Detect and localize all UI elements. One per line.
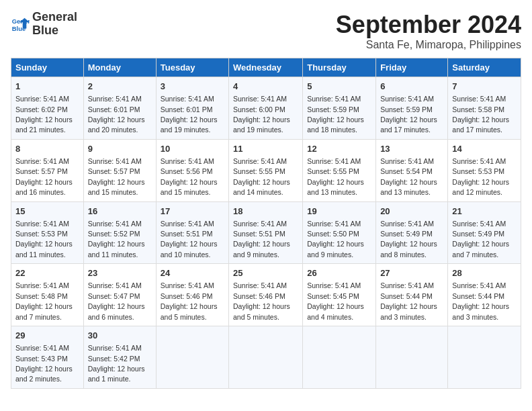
- calendar-cell: [376, 326, 448, 389]
- calendar-week-row: 29 Sunrise: 5:41 AMSunset: 5:43 PMDaylig…: [11, 326, 521, 389]
- day-number: 27: [380, 267, 443, 279]
- calendar-cell: [448, 326, 521, 389]
- day-detail: Sunrise: 5:41 AMSunset: 5:47 PMDaylight:…: [88, 281, 145, 320]
- calendar-cell: 15 Sunrise: 5:41 AMSunset: 5:53 PMDaylig…: [11, 201, 84, 264]
- day-detail: Sunrise: 5:41 AMSunset: 5:45 PMDaylight:…: [307, 281, 364, 320]
- calendar-cell: 4 Sunrise: 5:41 AMSunset: 6:00 PMDayligh…: [229, 77, 303, 140]
- day-detail: Sunrise: 5:41 AMSunset: 5:58 PMDaylight:…: [452, 95, 509, 134]
- calendar-cell: 3 Sunrise: 5:41 AMSunset: 6:01 PMDayligh…: [156, 77, 228, 140]
- day-number: 15: [15, 205, 79, 218]
- day-number: 9: [88, 143, 152, 155]
- calendar-cell: 9 Sunrise: 5:41 AMSunset: 5:57 PMDayligh…: [83, 139, 156, 201]
- day-detail: Sunrise: 5:41 AMSunset: 5:46 PMDaylight:…: [161, 281, 218, 320]
- calendar-cell: 28 Sunrise: 5:41 AMSunset: 5:44 PMDaylig…: [448, 264, 521, 326]
- day-number: 25: [233, 267, 298, 279]
- day-number: 7: [452, 81, 517, 93]
- calendar-cell: 13 Sunrise: 5:41 AMSunset: 5:54 PMDaylig…: [376, 139, 448, 201]
- day-detail: Sunrise: 5:41 AMSunset: 5:54 PMDaylight:…: [380, 157, 437, 196]
- day-detail: Sunrise: 5:41 AMSunset: 5:44 PMDaylight:…: [380, 281, 437, 320]
- day-number: 4: [233, 81, 298, 93]
- logo-icon: General Blue: [11, 15, 30, 34]
- logo-text: General Blue: [32, 11, 77, 38]
- title-section: September 2024 Santa Fe, Mimaropa, Phili…: [336, 11, 521, 51]
- day-detail: Sunrise: 5:41 AMSunset: 5:57 PMDaylight:…: [88, 157, 145, 196]
- calendar-cell: 18 Sunrise: 5:41 AMSunset: 5:51 PMDaylig…: [229, 201, 303, 264]
- day-detail: Sunrise: 5:41 AMSunset: 5:52 PMDaylight:…: [88, 220, 145, 259]
- calendar-cell: 30 Sunrise: 5:41 AMSunset: 5:42 PMDaylig…: [83, 326, 156, 389]
- day-detail: Sunrise: 5:41 AMSunset: 5:49 PMDaylight:…: [380, 220, 437, 259]
- calendar-cell: 7 Sunrise: 5:41 AMSunset: 5:58 PMDayligh…: [448, 77, 521, 140]
- day-number: 28: [452, 267, 517, 279]
- day-number: 20: [380, 205, 443, 218]
- day-detail: Sunrise: 5:41 AMSunset: 5:53 PMDaylight:…: [15, 220, 73, 259]
- day-number: 13: [380, 143, 443, 155]
- day-number: 10: [161, 143, 224, 155]
- day-number: 29: [15, 330, 79, 342]
- day-number: 11: [233, 143, 298, 155]
- col-tuesday: Tuesday: [156, 58, 228, 77]
- calendar-cell: 2 Sunrise: 5:41 AMSunset: 6:01 PMDayligh…: [83, 77, 156, 140]
- day-number: 30: [88, 330, 152, 342]
- day-number: 24: [161, 267, 224, 279]
- day-number: 12: [307, 143, 371, 155]
- col-friday: Friday: [376, 58, 448, 77]
- day-number: 19: [307, 205, 371, 218]
- day-number: 3: [161, 81, 224, 93]
- calendar-cell: 24 Sunrise: 5:41 AMSunset: 5:46 PMDaylig…: [156, 264, 228, 326]
- col-thursday: Thursday: [303, 58, 376, 77]
- calendar-cell: [303, 326, 376, 389]
- day-number: 6: [380, 81, 443, 93]
- calendar-cell: 11 Sunrise: 5:41 AMSunset: 5:55 PMDaylig…: [229, 139, 303, 201]
- day-detail: Sunrise: 5:41 AMSunset: 5:55 PMDaylight:…: [233, 157, 290, 196]
- calendar-cell: 23 Sunrise: 5:41 AMSunset: 5:47 PMDaylig…: [83, 264, 156, 326]
- calendar-cell: 21 Sunrise: 5:41 AMSunset: 5:49 PMDaylig…: [448, 201, 521, 264]
- calendar-header-row: Sunday Monday Tuesday Wednesday Thursday…: [11, 58, 521, 77]
- day-detail: Sunrise: 5:41 AMSunset: 5:46 PMDaylight:…: [233, 281, 290, 320]
- calendar-cell: 14 Sunrise: 5:41 AMSunset: 5:53 PMDaylig…: [448, 139, 521, 201]
- day-detail: Sunrise: 5:41 AMSunset: 6:01 PMDaylight:…: [88, 95, 145, 134]
- day-number: 21: [452, 205, 517, 218]
- location-title: Santa Fe, Mimaropa, Philippines: [336, 39, 521, 51]
- day-detail: Sunrise: 5:41 AMSunset: 5:50 PMDaylight:…: [307, 220, 364, 259]
- calendar-cell: 29 Sunrise: 5:41 AMSunset: 5:43 PMDaylig…: [11, 326, 84, 389]
- col-sunday: Sunday: [11, 58, 84, 77]
- day-number: 22: [15, 267, 79, 279]
- calendar-week-row: 8 Sunrise: 5:41 AMSunset: 5:57 PMDayligh…: [11, 139, 521, 201]
- day-detail: Sunrise: 5:41 AMSunset: 5:56 PMDaylight:…: [161, 157, 218, 196]
- col-monday: Monday: [83, 58, 156, 77]
- day-number: 23: [88, 267, 152, 279]
- day-number: 2: [88, 81, 152, 93]
- calendar-cell: 16 Sunrise: 5:41 AMSunset: 5:52 PMDaylig…: [83, 201, 156, 264]
- month-title: September 2024: [336, 11, 521, 39]
- day-detail: Sunrise: 5:41 AMSunset: 6:00 PMDaylight:…: [233, 95, 290, 134]
- day-number: 1: [15, 81, 79, 93]
- day-detail: Sunrise: 5:41 AMSunset: 5:44 PMDaylight:…: [452, 281, 509, 320]
- day-detail: Sunrise: 5:41 AMSunset: 6:02 PMDaylight:…: [15, 95, 73, 134]
- day-detail: Sunrise: 5:41 AMSunset: 5:51 PMDaylight:…: [233, 220, 290, 259]
- calendar-cell: 5 Sunrise: 5:41 AMSunset: 5:59 PMDayligh…: [303, 77, 376, 140]
- calendar-cell: 8 Sunrise: 5:41 AMSunset: 5:57 PMDayligh…: [11, 139, 84, 201]
- day-number: 17: [161, 205, 224, 218]
- calendar-cell: 26 Sunrise: 5:41 AMSunset: 5:45 PMDaylig…: [303, 264, 376, 326]
- col-saturday: Saturday: [448, 58, 521, 77]
- day-number: 26: [307, 267, 371, 279]
- day-detail: Sunrise: 5:41 AMSunset: 5:42 PMDaylight:…: [88, 344, 145, 383]
- day-detail: Sunrise: 5:41 AMSunset: 5:59 PMDaylight:…: [307, 95, 364, 134]
- calendar-week-row: 22 Sunrise: 5:41 AMSunset: 5:48 PMDaylig…: [11, 264, 521, 326]
- calendar-cell: 10 Sunrise: 5:41 AMSunset: 5:56 PMDaylig…: [156, 139, 228, 201]
- day-number: 14: [452, 143, 517, 155]
- calendar-cell: 12 Sunrise: 5:41 AMSunset: 5:55 PMDaylig…: [303, 139, 376, 201]
- day-detail: Sunrise: 5:41 AMSunset: 5:55 PMDaylight:…: [307, 157, 364, 196]
- calendar-cell: 17 Sunrise: 5:41 AMSunset: 5:51 PMDaylig…: [156, 201, 228, 264]
- day-detail: Sunrise: 5:41 AMSunset: 6:01 PMDaylight:…: [161, 95, 218, 134]
- day-number: 18: [233, 205, 298, 218]
- calendar-table: Sunday Monday Tuesday Wednesday Thursday…: [11, 58, 521, 389]
- calendar-cell: 1 Sunrise: 5:41 AMSunset: 6:02 PMDayligh…: [11, 77, 84, 140]
- col-wednesday: Wednesday: [229, 58, 303, 77]
- calendar-week-row: 15 Sunrise: 5:41 AMSunset: 5:53 PMDaylig…: [11, 201, 521, 264]
- calendar-cell: 22 Sunrise: 5:41 AMSunset: 5:48 PMDaylig…: [11, 264, 84, 326]
- day-number: 5: [307, 81, 371, 93]
- calendar-cell: 6 Sunrise: 5:41 AMSunset: 5:59 PMDayligh…: [376, 77, 448, 140]
- calendar-cell: 20 Sunrise: 5:41 AMSunset: 5:49 PMDaylig…: [376, 201, 448, 264]
- day-detail: Sunrise: 5:41 AMSunset: 5:57 PMDaylight:…: [15, 157, 73, 196]
